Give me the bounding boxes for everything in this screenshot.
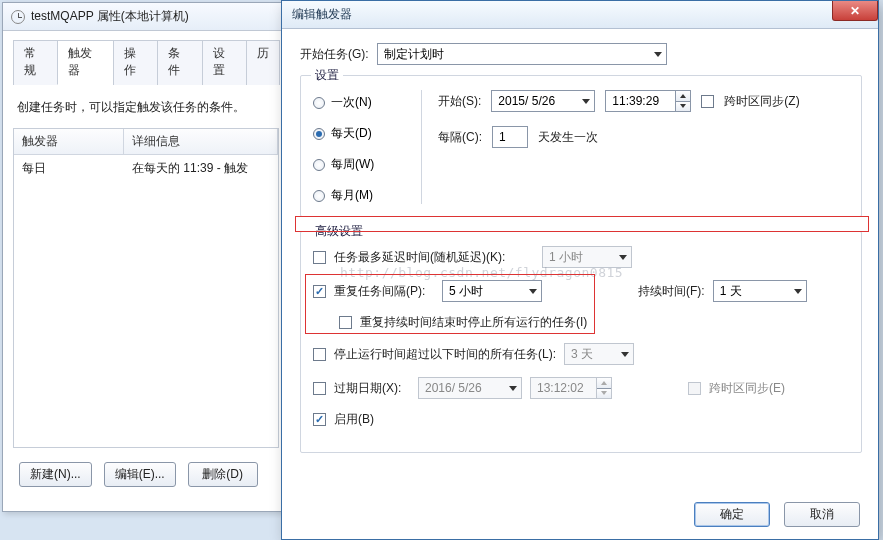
chevron-down-icon xyxy=(654,52,662,57)
chevron-up-icon xyxy=(601,381,607,385)
rand-delay-dropdown: 1 小时 xyxy=(542,246,632,268)
tab-settings[interactable]: 设置 xyxy=(202,40,247,85)
task-scheduler-icon xyxy=(11,10,25,24)
every-input[interactable]: 1 xyxy=(492,126,528,148)
edit-button[interactable]: 编辑(E)... xyxy=(104,462,176,487)
triggers-list[interactable]: 触发器 详细信息 每日 在每天的 11:39 - 触发 xyxy=(13,128,279,448)
expire-label: 过期日期(X): xyxy=(334,380,410,397)
stop-longer-value: 3 天 xyxy=(571,346,593,363)
expire-date-picker: 2016/ 5/26 xyxy=(418,377,522,399)
chevron-down-icon xyxy=(794,289,802,294)
radio-icon xyxy=(313,97,325,109)
repeat-value: 5 小时 xyxy=(449,283,483,300)
every-suffix: 天发生一次 xyxy=(538,129,598,146)
close-button[interactable]: ✕ xyxy=(832,1,878,21)
cancel-button[interactable]: 取消 xyxy=(784,502,860,527)
radio-weekly-label: 每周(W) xyxy=(331,156,374,173)
chevron-down-icon xyxy=(601,391,607,395)
repeat-label: 重复任务间隔(P): xyxy=(334,283,434,300)
chevron-down-icon xyxy=(680,104,686,108)
radio-monthly-label: 每月(M) xyxy=(331,187,373,204)
stop-longer-checkbox[interactable] xyxy=(313,348,326,361)
chevron-down-icon xyxy=(621,352,629,357)
spinner-buttons xyxy=(596,377,612,399)
start-time-spinner[interactable]: 11:39:29 xyxy=(605,90,691,112)
expire-time-spinner: 13:12:02 xyxy=(530,377,612,399)
properties-title: testMQAPP 属性(本地计算机) xyxy=(31,8,189,25)
cell-trigger: 每日 xyxy=(14,160,124,177)
highlight-box-top xyxy=(295,216,869,232)
repeat-checkbox[interactable] xyxy=(313,285,326,298)
tab-conditions[interactable]: 条件 xyxy=(157,40,202,85)
stop-longer-dropdown: 3 天 xyxy=(564,343,634,365)
begin-task-value: 制定计划时 xyxy=(384,46,444,63)
repeat-dropdown[interactable]: 5 小时 xyxy=(442,280,542,302)
rand-delay-value: 1 小时 xyxy=(549,249,583,266)
chevron-down-icon xyxy=(529,289,537,294)
chevron-up-icon xyxy=(680,94,686,98)
advanced-group-title: 高级设置 xyxy=(311,223,367,240)
radio-icon xyxy=(313,159,325,171)
edit-trigger-titlebar[interactable]: 编辑触发器 ✕ xyxy=(282,1,878,29)
advanced-group: 高级设置 任务最多延迟时间(随机延迟)(K): 1 小时 重复任务间隔(P): … xyxy=(300,231,862,453)
start-date-value: 2015/ 5/26 xyxy=(498,94,555,108)
enabled-checkbox[interactable] xyxy=(313,413,326,426)
radio-daily-label: 每天(D) xyxy=(331,125,372,142)
stop-longer-label: 停止运行时间超过以下时间的所有任务(L): xyxy=(334,346,556,363)
spin-up[interactable] xyxy=(676,91,690,102)
expire-sync-label: 跨时区同步(E) xyxy=(709,380,785,397)
radio-daily[interactable]: 每天(D) xyxy=(313,125,403,142)
tab-history[interactable]: 历 xyxy=(246,40,280,85)
radio-monthly[interactable]: 每月(M) xyxy=(313,187,403,204)
properties-window: testMQAPP 属性(本地计算机) 常规 触发器 操作 条件 设置 历 创建… xyxy=(2,2,290,512)
delete-button[interactable]: 删除(D) xyxy=(188,462,258,487)
edit-trigger-title: 编辑触发器 xyxy=(292,6,352,23)
expire-time-value: 13:12:02 xyxy=(530,377,596,399)
radio-once[interactable]: 一次(N) xyxy=(313,94,403,111)
enabled-label: 启用(B) xyxy=(334,411,374,428)
spinner-buttons[interactable] xyxy=(675,90,691,112)
properties-titlebar[interactable]: testMQAPP 属性(本地计算机) xyxy=(3,3,289,31)
settings-group-title: 设置 xyxy=(311,67,343,84)
duration-dropdown[interactable]: 1 天 xyxy=(713,280,807,302)
begin-task-dropdown[interactable]: 制定计划时 xyxy=(377,43,667,65)
ok-button[interactable]: 确定 xyxy=(694,502,770,527)
tab-general[interactable]: 常规 xyxy=(13,40,58,85)
sync-tz-checkbox[interactable] xyxy=(701,95,714,108)
radio-weekly[interactable]: 每周(W) xyxy=(313,156,403,173)
expire-date-value: 2016/ 5/26 xyxy=(425,381,482,395)
radio-icon xyxy=(313,190,325,202)
begin-task-label: 开始任务(G): xyxy=(300,46,369,63)
rand-delay-checkbox[interactable] xyxy=(313,251,326,264)
close-icon: ✕ xyxy=(850,4,860,18)
tab-actions[interactable]: 操作 xyxy=(113,40,158,85)
expire-sync-checkbox xyxy=(688,382,701,395)
duration-label: 持续时间(F): xyxy=(638,283,705,300)
sync-tz-label: 跨时区同步(Z) xyxy=(724,93,799,110)
stop-at-end-checkbox[interactable] xyxy=(339,316,352,329)
triggers-hint: 创建任务时，可以指定触发该任务的条件。 xyxy=(17,99,275,116)
chevron-down-icon xyxy=(509,386,517,391)
chevron-down-icon xyxy=(582,99,590,104)
tab-triggers[interactable]: 触发器 xyxy=(57,40,114,85)
start-time-value: 11:39:29 xyxy=(605,90,675,112)
expire-checkbox[interactable] xyxy=(313,382,326,395)
radio-once-label: 一次(N) xyxy=(331,94,372,111)
chevron-down-icon xyxy=(619,255,627,260)
stop-at-end-label: 重复持续时间结束时停止所有运行的任务(I) xyxy=(360,314,587,331)
rand-delay-label: 任务最多延迟时间(随机延迟)(K): xyxy=(334,249,534,266)
table-row[interactable]: 每日 在每天的 11:39 - 触发 xyxy=(14,155,278,182)
list-header: 触发器 详细信息 xyxy=(14,129,278,155)
every-label: 每隔(C): xyxy=(438,129,482,146)
new-button[interactable]: 新建(N)... xyxy=(19,462,92,487)
edit-trigger-window: 编辑触发器 ✕ 开始任务(G): 制定计划时 设置 一次(N) xyxy=(281,0,879,540)
settings-group: 设置 一次(N) 每天(D) 每周(W) xyxy=(300,75,862,217)
col-details[interactable]: 详细信息 xyxy=(124,129,278,154)
start-label: 开始(S): xyxy=(438,93,481,110)
start-date-picker[interactable]: 2015/ 5/26 xyxy=(491,90,595,112)
properties-tabs: 常规 触发器 操作 条件 设置 历 xyxy=(13,39,279,85)
spin-down[interactable] xyxy=(676,102,690,112)
col-trigger[interactable]: 触发器 xyxy=(14,129,124,154)
duration-value: 1 天 xyxy=(720,283,742,300)
cell-details: 在每天的 11:39 - 触发 xyxy=(124,160,278,177)
